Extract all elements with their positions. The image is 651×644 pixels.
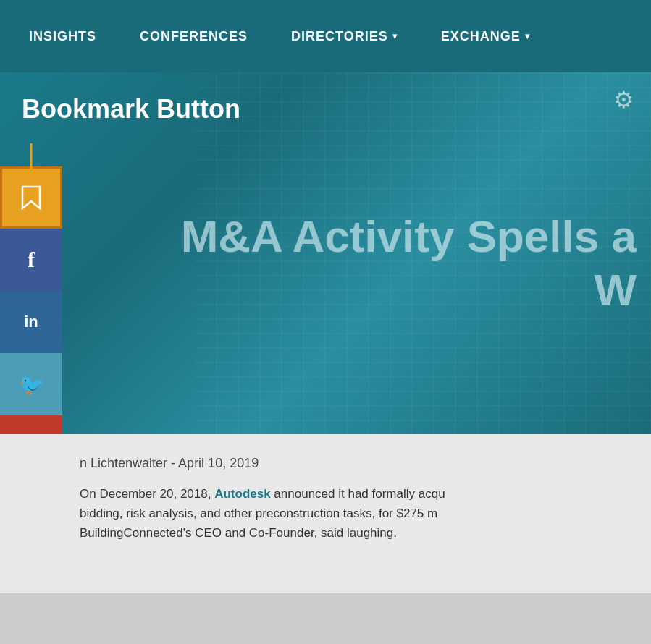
twitter-icon: 🐦 (19, 373, 44, 397)
linkedin-icon: in (24, 313, 38, 331)
nav-conferences[interactable]: CONFERENCES (140, 29, 248, 44)
bookmark-button-label: Bookmark Button (22, 94, 240, 124)
hero-title: M&A Activity Spells a W (181, 210, 644, 318)
article-content: n Lichtenwalter - April 10, 2019 On Dece… (0, 434, 651, 593)
settings-icon[interactable]: ⚙ (610, 87, 637, 113)
hero-section: Bookmark Button ⚙ M&A Activity Spells a … (0, 72, 651, 434)
chevron-down-icon: ▾ (392, 31, 398, 41)
chevron-down-icon: ▾ (525, 31, 530, 41)
nav-insights[interactable]: INSIGHTS (29, 29, 96, 44)
nav-exchange[interactable]: EXCHANGE ▾ (441, 29, 530, 44)
nav-directories[interactable]: DIRECTORIES ▾ (291, 29, 398, 44)
article-date: April 10, 2019 (178, 456, 259, 470)
googleplus-button[interactable]: g+ (0, 415, 62, 434)
social-sidebar: f in 🐦 g+ (0, 166, 62, 434)
bookmark-icon (21, 185, 41, 210)
bookmark-button[interactable] (0, 166, 62, 229)
autodesk-link[interactable]: Autodesk (214, 487, 270, 501)
linkedin-button[interactable]: in (0, 291, 62, 353)
twitter-button[interactable]: 🐦 (0, 353, 62, 415)
article-body: On December 20, 2018, Autodesk announced… (80, 484, 629, 543)
article-meta: n Lichtenwalter - April 10, 2019 (80, 456, 629, 471)
facebook-button[interactable]: f (0, 229, 62, 291)
facebook-icon: f (28, 247, 35, 272)
article-author: n Lichtenwalter (80, 456, 167, 470)
article-separator: - (171, 456, 178, 470)
navbar: INSIGHTS CONFERENCES DIRECTORIES ▾ EXCHA… (0, 0, 651, 72)
